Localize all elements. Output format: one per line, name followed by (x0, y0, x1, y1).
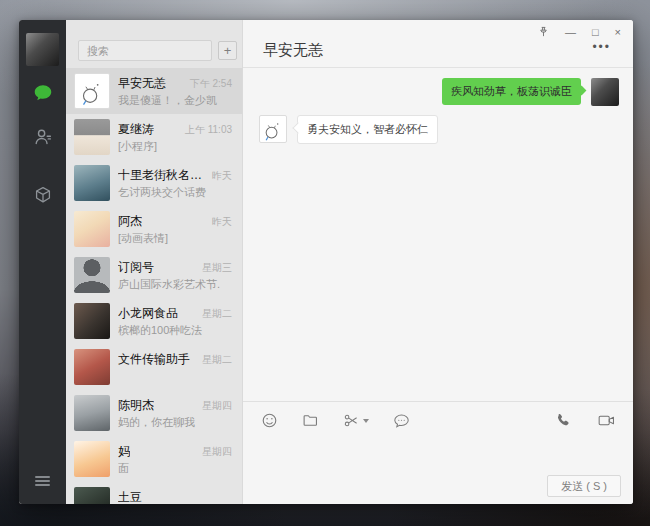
chat-avatar (74, 211, 110, 247)
chat-name: 文件传输助手 (118, 351, 190, 368)
chat-list-panel: + 早安无恙 下午 2:54 我是傻逼！，金少凯 (66, 20, 242, 504)
search-input[interactable] (78, 40, 212, 61)
chat-name: 小龙网食品 (118, 305, 178, 322)
chat-name: 夏继涛 (118, 121, 154, 138)
chat-time: 昨天 (212, 169, 232, 183)
video-call-icon[interactable] (598, 412, 615, 429)
sidebar-item-chats[interactable] (19, 82, 66, 108)
chat-time: 星期二 (202, 353, 232, 367)
chat-avatar (74, 441, 110, 477)
nav-rail (19, 20, 66, 504)
chat-avatar (74, 257, 110, 293)
conversation-title: 早安无恙 (263, 41, 323, 60)
chat-time: 星期三 (202, 261, 232, 275)
chat-time: 星期四 (202, 445, 232, 459)
chat-avatar (74, 303, 110, 339)
chat-list-item[interactable]: 早安无恙 下午 2:54 我是傻逼！，金少凯 (66, 68, 242, 114)
chat-last-message: 妈的，你在聊我 (118, 415, 232, 430)
cube-icon (33, 185, 53, 209)
chat-time: 星期二 (202, 307, 232, 321)
chat-time: 昨天 (212, 215, 232, 229)
chat-name: 阿杰 (118, 213, 142, 230)
chat-avatar (74, 119, 110, 155)
search-row: + (66, 20, 242, 68)
conversation-header: 早安无恙 ••• (243, 20, 633, 68)
chat-name: 早安无恙 (118, 75, 166, 92)
chat-bubble-icon (33, 83, 53, 107)
sidebar-item-contacts[interactable] (19, 126, 66, 152)
chat-name: 订阅号 (118, 259, 154, 276)
chat-last-message: [动画表情] (118, 231, 232, 246)
composer-toolbar (243, 401, 633, 439)
message-bubble: 勇夫安知义，智者必怀仁 (297, 115, 438, 144)
chat-name: 十里老街秋名山... (118, 167, 210, 184)
chat-last-message: 槟榔的100种吃法 (118, 323, 232, 338)
call-buttons (555, 412, 615, 429)
chat-avatar (74, 349, 110, 385)
chat-list-item[interactable]: 订阅号 星期三 庐山国际水彩艺术节. (66, 252, 242, 298)
my-avatar[interactable] (591, 78, 619, 106)
chat-list-item[interactable]: 文件传输助手 星期二 (66, 344, 242, 390)
conversation-panel: — □ × 早安无恙 ••• 疾风知劲草，板荡识诚臣 (242, 20, 633, 504)
chat-list-item[interactable]: 陈明杰 星期四 妈的，你在聊我 (66, 390, 242, 436)
message-incoming: 勇夫安知义，智者必怀仁 (259, 115, 438, 144)
message-bubble: 疾风知劲草，板荡识诚臣 (442, 78, 581, 105)
chat-avatar (74, 395, 110, 431)
chat-list-item[interactable]: 阿杰 昨天 [动画表情] (66, 206, 242, 252)
user-avatar[interactable] (26, 33, 59, 66)
chat-last-message: 我是傻逼！，金少凯 (118, 93, 232, 108)
chat-last-message: 面 (118, 461, 232, 476)
sidebar-item-collections[interactable] (19, 184, 66, 210)
chat-history-icon[interactable] (393, 412, 410, 429)
chat-time: 上午 11:03 (185, 123, 232, 137)
chat-list-item[interactable]: 妈 星期四 面 (66, 436, 242, 482)
chevron-down-icon (363, 419, 369, 423)
send-button[interactable]: 发送 ( S ) (547, 475, 621, 497)
chat-name: 土豆 (118, 489, 142, 504)
chat-time: 下午 2:54 (190, 77, 232, 91)
message-input[interactable] (243, 439, 633, 470)
chat-last-message: 庐山国际水彩艺术节. (118, 277, 232, 292)
chat-list-item[interactable]: 小龙网食品 星期二 槟榔的100种吃法 (66, 298, 242, 344)
chat-last-message: [小程序] (118, 139, 232, 154)
chat-avatar (74, 165, 110, 201)
more-menu-icon[interactable]: ••• (592, 42, 611, 52)
desktop-background: + 早安无恙 下午 2:54 我是傻逼！，金少凯 (0, 0, 650, 526)
chat-avatar (74, 487, 110, 504)
chat-name: 妈 (118, 443, 130, 460)
folder-icon[interactable] (302, 412, 319, 429)
chat-list-item[interactable]: 土豆 [图片] (66, 482, 242, 504)
voice-call-icon[interactable] (555, 412, 572, 429)
chat-list-item[interactable]: 夏继涛 上午 11:03 [小程序] (66, 114, 242, 160)
add-chat-button[interactable]: + (218, 41, 237, 60)
contact-avatar[interactable] (259, 115, 287, 143)
chat-time: 星期四 (202, 399, 232, 413)
chat-list-item[interactable]: 十里老街秋名山... 昨天 乞讨两块交个话费 (66, 160, 242, 206)
menu-icon[interactable] (35, 474, 50, 488)
message-outgoing: 疾风知劲草，板荡识诚臣 (442, 78, 619, 106)
wechat-window: + 早安无恙 下午 2:54 我是傻逼！，金少凯 (19, 20, 633, 504)
chat-avatar (74, 73, 110, 109)
screenshot-scissors-icon[interactable] (343, 412, 369, 429)
emoji-icon[interactable] (261, 412, 278, 429)
contacts-icon (33, 127, 53, 151)
chat-list: 早安无恙 下午 2:54 我是傻逼！，金少凯 夏继涛 上午 11:03 [小程序… (66, 68, 242, 504)
chat-name: 陈明杰 (118, 397, 154, 414)
chat-last-message: 乞讨两块交个话费 (118, 185, 232, 200)
